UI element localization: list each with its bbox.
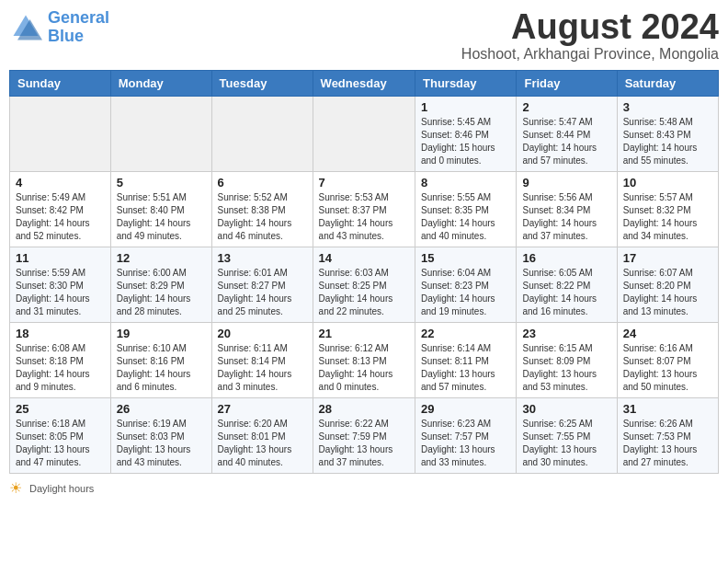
- day-info: Sunrise: 6:15 AM Sunset: 8:09 PM Dayligh…: [522, 342, 610, 394]
- calendar-cell: 28Sunrise: 6:22 AM Sunset: 7:59 PM Dayli…: [313, 398, 415, 474]
- calendar-cell: 13Sunrise: 6:01 AM Sunset: 8:27 PM Dayli…: [211, 247, 313, 323]
- day-number: 20: [218, 327, 307, 340]
- day-info: Sunrise: 6:14 AM Sunset: 8:11 PM Dayligh…: [421, 342, 510, 394]
- month-title: August 2024: [461, 9, 719, 44]
- calendar-cell: 10Sunrise: 5:57 AM Sunset: 8:32 PM Dayli…: [617, 172, 718, 247]
- calendar-cell: 4Sunrise: 5:49 AM Sunset: 8:42 PM Daylig…: [10, 172, 111, 247]
- day-info: Sunrise: 5:53 AM Sunset: 8:37 PM Dayligh…: [319, 191, 409, 243]
- day-number: 11: [16, 251, 105, 265]
- day-number: 18: [16, 327, 105, 340]
- calendar-cell: 30Sunrise: 6:25 AM Sunset: 7:55 PM Dayli…: [517, 398, 617, 474]
- calendar-cell: 16Sunrise: 6:05 AM Sunset: 8:22 PM Dayli…: [517, 247, 617, 323]
- col-header-thursday: Thursday: [415, 71, 517, 97]
- day-info: Sunrise: 6:08 AM Sunset: 8:18 PM Dayligh…: [16, 342, 105, 394]
- day-number: 1: [421, 100, 510, 114]
- logo: General Blue: [9, 9, 109, 46]
- day-info: Sunrise: 6:19 AM Sunset: 8:03 PM Dayligh…: [117, 418, 206, 469]
- calendar-cell: 7Sunrise: 5:53 AM Sunset: 8:37 PM Daylig…: [313, 172, 415, 247]
- col-header-saturday: Saturday: [617, 71, 718, 97]
- day-number: 5: [117, 176, 206, 190]
- calendar-cell: 3Sunrise: 5:48 AM Sunset: 8:43 PM Daylig…: [617, 97, 718, 172]
- day-info: Sunrise: 5:56 AM Sunset: 8:34 PM Dayligh…: [522, 191, 610, 243]
- calendar-cell: 20Sunrise: 6:11 AM Sunset: 8:14 PM Dayli…: [211, 323, 313, 398]
- day-number: 9: [522, 176, 610, 190]
- calendar-cell: 25Sunrise: 6:18 AM Sunset: 8:05 PM Dayli…: [10, 398, 111, 474]
- calendar-cell: 9Sunrise: 5:56 AM Sunset: 8:34 PM Daylig…: [517, 172, 617, 247]
- calendar-header-row: SundayMondayTuesdayWednesdayThursdayFrid…: [10, 71, 719, 97]
- day-info: Sunrise: 6:07 AM Sunset: 8:20 PM Dayligh…: [623, 267, 712, 318]
- day-info: Sunrise: 6:25 AM Sunset: 7:55 PM Dayligh…: [522, 418, 610, 469]
- calendar-cell: 18Sunrise: 6:08 AM Sunset: 8:18 PM Dayli…: [10, 323, 111, 398]
- col-header-wednesday: Wednesday: [313, 71, 415, 97]
- calendar-cell: 23Sunrise: 6:15 AM Sunset: 8:09 PM Dayli…: [517, 323, 617, 398]
- calendar-cell: 29Sunrise: 6:23 AM Sunset: 7:57 PM Dayli…: [415, 398, 517, 474]
- day-number: 30: [522, 402, 610, 416]
- day-number: 13: [218, 251, 307, 265]
- day-info: Sunrise: 6:23 AM Sunset: 7:57 PM Dayligh…: [421, 418, 510, 469]
- sun-icon: ☀: [9, 479, 22, 497]
- logo-text: General Blue: [48, 9, 109, 46]
- calendar-cell: 15Sunrise: 6:04 AM Sunset: 8:23 PM Dayli…: [415, 247, 517, 323]
- day-info: Sunrise: 6:05 AM Sunset: 8:22 PM Dayligh…: [522, 267, 610, 318]
- calendar-cell: [313, 97, 415, 172]
- day-info: Sunrise: 5:49 AM Sunset: 8:42 PM Dayligh…: [16, 191, 105, 243]
- day-info: Sunrise: 5:45 AM Sunset: 8:46 PM Dayligh…: [421, 116, 510, 167]
- col-header-friday: Friday: [517, 71, 617, 97]
- calendar-cell: 19Sunrise: 6:10 AM Sunset: 8:16 PM Dayli…: [110, 323, 211, 398]
- title-section: August 2024 Hoshoot, Arkhangai Province,…: [461, 9, 719, 63]
- week-row-1: 1Sunrise: 5:45 AM Sunset: 8:46 PM Daylig…: [10, 97, 719, 172]
- day-number: 6: [218, 176, 307, 190]
- day-info: Sunrise: 6:12 AM Sunset: 8:13 PM Dayligh…: [319, 342, 409, 394]
- day-number: 28: [319, 402, 409, 416]
- calendar-cell: 6Sunrise: 5:52 AM Sunset: 8:38 PM Daylig…: [211, 172, 313, 247]
- col-header-sunday: Sunday: [10, 71, 111, 97]
- calendar-cell: 14Sunrise: 6:03 AM Sunset: 8:25 PM Dayli…: [313, 247, 415, 323]
- calendar-cell: 12Sunrise: 6:00 AM Sunset: 8:29 PM Dayli…: [110, 247, 211, 323]
- day-number: 17: [623, 251, 712, 265]
- day-number: 10: [623, 176, 712, 190]
- footer-note: ☀ Daylight hours: [9, 479, 719, 497]
- day-number: 15: [421, 251, 510, 265]
- day-number: 12: [117, 251, 206, 265]
- daylight-label: Daylight hours: [29, 483, 94, 494]
- day-info: Sunrise: 6:22 AM Sunset: 7:59 PM Dayligh…: [319, 418, 409, 469]
- day-number: 4: [16, 176, 105, 190]
- week-row-2: 4Sunrise: 5:49 AM Sunset: 8:42 PM Daylig…: [10, 172, 719, 247]
- calendar-cell: 31Sunrise: 6:26 AM Sunset: 7:53 PM Dayli…: [617, 398, 718, 474]
- day-info: Sunrise: 5:47 AM Sunset: 8:44 PM Dayligh…: [522, 116, 610, 167]
- day-info: Sunrise: 6:16 AM Sunset: 8:07 PM Dayligh…: [623, 342, 712, 394]
- day-number: 7: [319, 176, 409, 190]
- calendar-cell: 1Sunrise: 5:45 AM Sunset: 8:46 PM Daylig…: [415, 97, 517, 172]
- day-info: Sunrise: 6:04 AM Sunset: 8:23 PM Dayligh…: [421, 267, 510, 318]
- col-header-tuesday: Tuesday: [211, 71, 313, 97]
- day-number: 19: [117, 327, 206, 340]
- calendar-cell: 5Sunrise: 5:51 AM Sunset: 8:40 PM Daylig…: [110, 172, 211, 247]
- day-number: 26: [117, 402, 206, 416]
- day-number: 16: [522, 251, 610, 265]
- calendar-cell: 27Sunrise: 6:20 AM Sunset: 8:01 PM Dayli…: [211, 398, 313, 474]
- day-info: Sunrise: 6:00 AM Sunset: 8:29 PM Dayligh…: [117, 267, 206, 318]
- calendar-cell: 26Sunrise: 6:19 AM Sunset: 8:03 PM Dayli…: [110, 398, 211, 474]
- day-number: 27: [218, 402, 307, 416]
- calendar-cell: [211, 97, 313, 172]
- day-number: 22: [421, 327, 510, 340]
- day-number: 25: [16, 402, 105, 416]
- day-info: Sunrise: 5:59 AM Sunset: 8:30 PM Dayligh…: [16, 267, 105, 318]
- day-info: Sunrise: 5:48 AM Sunset: 8:43 PM Dayligh…: [623, 116, 712, 167]
- day-info: Sunrise: 6:11 AM Sunset: 8:14 PM Dayligh…: [218, 342, 307, 394]
- logo-general: General: [48, 8, 109, 27]
- day-info: Sunrise: 5:57 AM Sunset: 8:32 PM Dayligh…: [623, 191, 712, 243]
- day-info: Sunrise: 6:01 AM Sunset: 8:27 PM Dayligh…: [218, 267, 307, 318]
- week-row-4: 18Sunrise: 6:08 AM Sunset: 8:18 PM Dayli…: [10, 323, 719, 398]
- calendar-cell: 2Sunrise: 5:47 AM Sunset: 8:44 PM Daylig…: [517, 97, 617, 172]
- week-row-3: 11Sunrise: 5:59 AM Sunset: 8:30 PM Dayli…: [10, 247, 719, 323]
- location-title: Hoshoot, Arkhangai Province, Mongolia: [461, 46, 719, 63]
- day-info: Sunrise: 6:18 AM Sunset: 8:05 PM Dayligh…: [16, 418, 105, 469]
- week-row-5: 25Sunrise: 6:18 AM Sunset: 8:05 PM Dayli…: [10, 398, 719, 474]
- day-info: Sunrise: 5:51 AM Sunset: 8:40 PM Dayligh…: [117, 191, 206, 243]
- day-info: Sunrise: 6:10 AM Sunset: 8:16 PM Dayligh…: [117, 342, 206, 394]
- day-number: 14: [319, 251, 409, 265]
- day-info: Sunrise: 5:55 AM Sunset: 8:35 PM Dayligh…: [421, 191, 510, 243]
- day-number: 2: [522, 100, 610, 114]
- day-number: 3: [623, 100, 712, 114]
